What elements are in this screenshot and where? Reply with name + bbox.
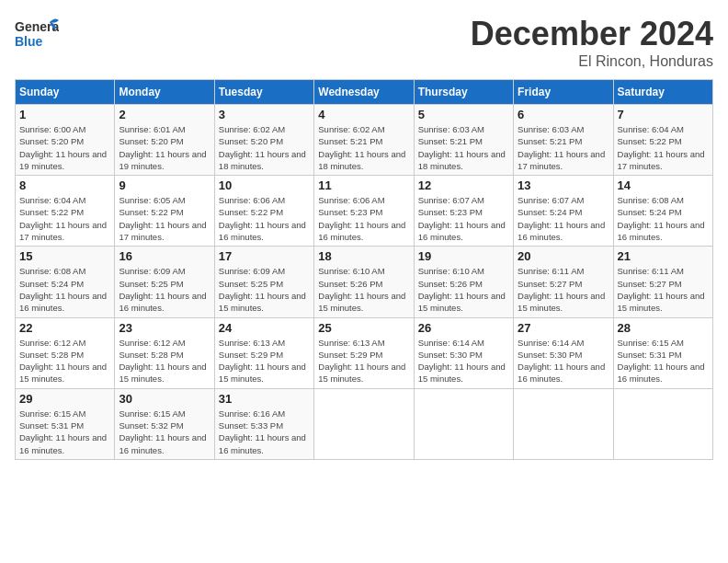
calendar: SundayMondayTuesdayWednesdayThursdayFrid… — [15, 79, 713, 460]
weekday-sunday: Sunday — [16, 80, 115, 105]
day-info: Sunrise: 6:07 AM Sunset: 5:24 PM Dayligh… — [518, 194, 609, 243]
day-cell: 9Sunrise: 6:05 AM Sunset: 5:22 PM Daylig… — [115, 176, 214, 247]
day-info: Sunrise: 6:14 AM Sunset: 5:30 PM Dayligh… — [518, 337, 609, 385]
day-cell: 1Sunrise: 6:00 AM Sunset: 5:20 PM Daylig… — [16, 105, 115, 176]
day-info: Sunrise: 6:12 AM Sunset: 5:28 PM Dayligh… — [119, 337, 210, 385]
day-cell: 13Sunrise: 6:07 AM Sunset: 5:24 PM Dayli… — [514, 176, 613, 247]
day-cell — [613, 388, 712, 459]
day-number: 3 — [219, 108, 310, 121]
day-cell: 26Sunrise: 6:14 AM Sunset: 5:30 PM Dayli… — [414, 317, 513, 388]
week-row-4: 22Sunrise: 6:12 AM Sunset: 5:28 PM Dayli… — [16, 317, 713, 388]
day-number: 10 — [219, 178, 310, 192]
day-info: Sunrise: 6:14 AM Sunset: 5:30 PM Dayligh… — [418, 337, 509, 385]
day-info: Sunrise: 6:08 AM Sunset: 5:24 PM Dayligh… — [19, 265, 110, 314]
day-info: Sunrise: 6:03 AM Sunset: 5:21 PM Dayligh… — [518, 123, 609, 172]
day-info: Sunrise: 6:06 AM Sunset: 5:23 PM Dayligh… — [318, 194, 409, 243]
day-number: 4 — [318, 108, 409, 121]
day-cell: 3Sunrise: 6:02 AM Sunset: 5:20 PM Daylig… — [214, 105, 313, 176]
day-cell: 25Sunrise: 6:13 AM Sunset: 5:29 PM Dayli… — [314, 317, 414, 388]
header: General Blue December 2024 El Rincon, Ho… — [15, 15, 713, 70]
day-number: 15 — [19, 249, 110, 263]
day-cell: 20Sunrise: 6:11 AM Sunset: 5:27 PM Dayli… — [514, 247, 613, 317]
day-info: Sunrise: 6:02 AM Sunset: 5:21 PM Dayligh… — [318, 123, 409, 172]
day-number: 20 — [518, 249, 609, 263]
day-number: 25 — [318, 321, 409, 335]
day-number: 30 — [119, 392, 210, 406]
day-info: Sunrise: 6:07 AM Sunset: 5:23 PM Dayligh… — [418, 194, 509, 243]
day-cell: 18Sunrise: 6:10 AM Sunset: 5:26 PM Dayli… — [314, 247, 414, 317]
weekday-friday: Friday — [514, 80, 613, 105]
day-number: 22 — [19, 321, 110, 335]
day-info: Sunrise: 6:11 AM Sunset: 5:27 PM Dayligh… — [518, 265, 609, 314]
day-number: 26 — [418, 321, 509, 335]
day-info: Sunrise: 6:00 AM Sunset: 5:20 PM Dayligh… — [19, 123, 110, 172]
day-cell — [314, 388, 414, 459]
day-info: Sunrise: 6:06 AM Sunset: 5:22 PM Dayligh… — [219, 194, 310, 243]
day-number: 16 — [119, 249, 210, 263]
day-number: 7 — [618, 108, 709, 121]
day-info: Sunrise: 6:03 AM Sunset: 5:21 PM Dayligh… — [418, 123, 509, 172]
day-cell: 28Sunrise: 6:15 AM Sunset: 5:31 PM Dayli… — [613, 317, 712, 388]
day-cell: 24Sunrise: 6:13 AM Sunset: 5:29 PM Dayli… — [214, 317, 313, 388]
day-number: 24 — [219, 321, 310, 335]
day-number: 6 — [518, 108, 609, 121]
day-info: Sunrise: 6:04 AM Sunset: 5:22 PM Dayligh… — [19, 194, 110, 243]
day-cell: 7Sunrise: 6:04 AM Sunset: 5:22 PM Daylig… — [613, 105, 712, 176]
day-number: 29 — [19, 392, 110, 406]
day-cell: 22Sunrise: 6:12 AM Sunset: 5:28 PM Dayli… — [16, 317, 115, 388]
day-cell: 2Sunrise: 6:01 AM Sunset: 5:20 PM Daylig… — [115, 105, 214, 176]
day-info: Sunrise: 6:13 AM Sunset: 5:29 PM Dayligh… — [318, 337, 409, 385]
day-number: 18 — [318, 249, 409, 263]
day-cell: 4Sunrise: 6:02 AM Sunset: 5:21 PM Daylig… — [314, 105, 414, 176]
week-row-3: 15Sunrise: 6:08 AM Sunset: 5:24 PM Dayli… — [16, 247, 713, 317]
day-cell: 8Sunrise: 6:04 AM Sunset: 5:22 PM Daylig… — [16, 176, 115, 247]
day-info: Sunrise: 6:10 AM Sunset: 5:26 PM Dayligh… — [418, 265, 509, 314]
day-cell: 21Sunrise: 6:11 AM Sunset: 5:27 PM Dayli… — [613, 247, 712, 317]
day-number: 17 — [219, 249, 310, 263]
location-title: El Rincon, Honduras — [471, 53, 713, 70]
day-info: Sunrise: 6:13 AM Sunset: 5:29 PM Dayligh… — [219, 337, 310, 385]
day-info: Sunrise: 6:10 AM Sunset: 5:26 PM Dayligh… — [318, 265, 409, 314]
day-cell: 17Sunrise: 6:09 AM Sunset: 5:25 PM Dayli… — [214, 247, 313, 317]
day-number: 11 — [318, 178, 409, 192]
day-number: 8 — [19, 178, 110, 192]
day-cell: 31Sunrise: 6:16 AM Sunset: 5:33 PM Dayli… — [214, 388, 313, 459]
day-info: Sunrise: 6:11 AM Sunset: 5:27 PM Dayligh… — [618, 265, 709, 314]
day-number: 2 — [119, 108, 210, 121]
calendar-body: 1Sunrise: 6:00 AM Sunset: 5:20 PM Daylig… — [16, 105, 713, 460]
day-number: 28 — [618, 321, 709, 335]
weekday-wednesday: Wednesday — [314, 80, 414, 105]
day-cell: 16Sunrise: 6:09 AM Sunset: 5:25 PM Dayli… — [115, 247, 214, 317]
day-cell: 27Sunrise: 6:14 AM Sunset: 5:30 PM Dayli… — [514, 317, 613, 388]
day-cell: 30Sunrise: 6:15 AM Sunset: 5:32 PM Dayli… — [115, 388, 214, 459]
day-number: 14 — [618, 178, 709, 192]
day-cell: 15Sunrise: 6:08 AM Sunset: 5:24 PM Dayli… — [16, 247, 115, 317]
day-number: 23 — [119, 321, 210, 335]
day-info: Sunrise: 6:05 AM Sunset: 5:22 PM Dayligh… — [119, 194, 210, 243]
svg-text:Blue: Blue — [15, 34, 43, 49]
weekday-header: SundayMondayTuesdayWednesdayThursdayFrid… — [16, 80, 713, 105]
day-info: Sunrise: 6:08 AM Sunset: 5:24 PM Dayligh… — [618, 194, 709, 243]
day-info: Sunrise: 6:01 AM Sunset: 5:20 PM Dayligh… — [119, 123, 210, 172]
weekday-saturday: Saturday — [613, 80, 712, 105]
day-info: Sunrise: 6:12 AM Sunset: 5:28 PM Dayligh… — [19, 337, 110, 385]
title-area: December 2024 El Rincon, Honduras — [471, 15, 713, 70]
weekday-thursday: Thursday — [414, 80, 513, 105]
day-cell: 5Sunrise: 6:03 AM Sunset: 5:21 PM Daylig… — [414, 105, 513, 176]
day-cell: 19Sunrise: 6:10 AM Sunset: 5:26 PM Dayli… — [414, 247, 513, 317]
week-row-1: 1Sunrise: 6:00 AM Sunset: 5:20 PM Daylig… — [16, 105, 713, 176]
day-number: 21 — [618, 249, 709, 263]
day-info: Sunrise: 6:09 AM Sunset: 5:25 PM Dayligh… — [119, 265, 210, 314]
day-cell — [414, 388, 513, 459]
day-info: Sunrise: 6:16 AM Sunset: 5:33 PM Dayligh… — [219, 408, 310, 456]
day-info: Sunrise: 6:15 AM Sunset: 5:32 PM Dayligh… — [119, 408, 210, 456]
day-cell: 10Sunrise: 6:06 AM Sunset: 5:22 PM Dayli… — [214, 176, 313, 247]
day-number: 1 — [19, 108, 110, 121]
day-cell: 6Sunrise: 6:03 AM Sunset: 5:21 PM Daylig… — [514, 105, 613, 176]
day-number: 19 — [418, 249, 509, 263]
day-info: Sunrise: 6:15 AM Sunset: 5:31 PM Dayligh… — [19, 408, 110, 456]
day-cell: 14Sunrise: 6:08 AM Sunset: 5:24 PM Dayli… — [613, 176, 712, 247]
day-number: 5 — [418, 108, 509, 121]
weekday-monday: Monday — [115, 80, 214, 105]
week-row-5: 29Sunrise: 6:15 AM Sunset: 5:31 PM Dayli… — [16, 388, 713, 459]
